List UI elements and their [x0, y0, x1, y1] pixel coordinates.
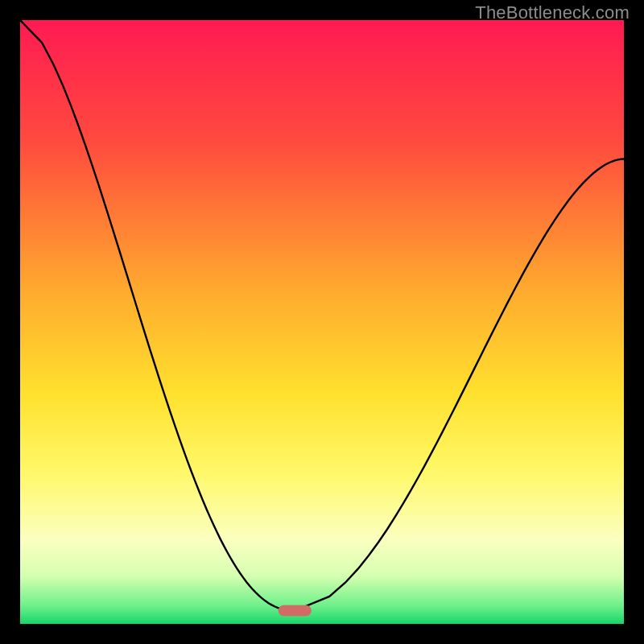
chart-frame	[0, 0, 644, 644]
watermark-text: TheBottleneck.com	[475, 2, 630, 23]
